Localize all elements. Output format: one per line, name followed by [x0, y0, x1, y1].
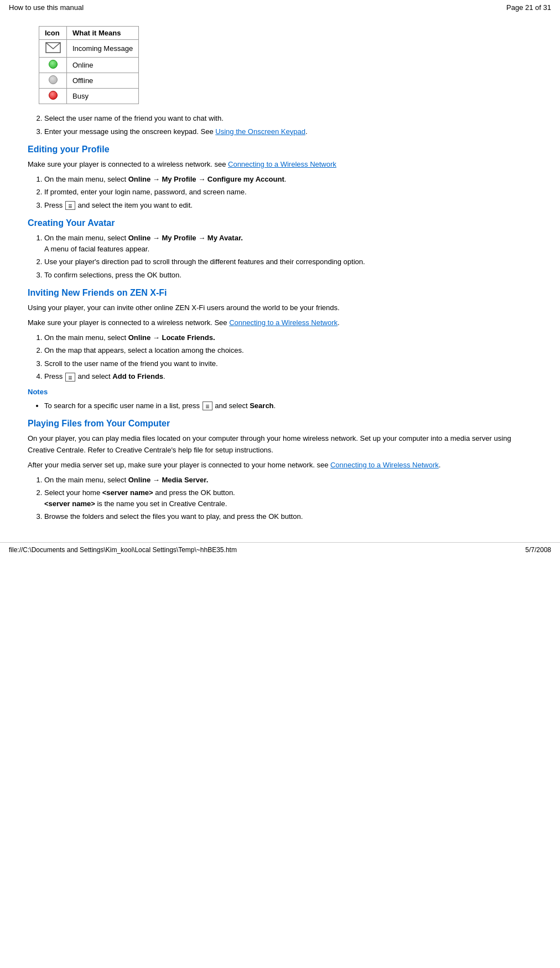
- envelope-icon: [45, 42, 61, 53]
- connecting-wireless-link-3[interactable]: Connecting to a Wireless Network: [330, 461, 439, 469]
- list-item: Press and select the item you want to ed…: [44, 200, 538, 211]
- header-right: Page 21 of 31: [506, 3, 551, 12]
- list-item: To search for a specific user name in a …: [44, 400, 538, 411]
- list-item: Press and select Add to Friends.: [44, 371, 538, 382]
- table-cell-online: Online: [67, 58, 139, 73]
- list-item: On the main menu, select Online → Locate…: [44, 332, 538, 343]
- menu-icon: [203, 401, 212, 410]
- list-item: To confirm selections, press the OK butt…: [44, 270, 538, 281]
- table-cell-busy: Busy: [67, 89, 139, 104]
- list-item: On the map that appears, select a locati…: [44, 345, 538, 356]
- onscreen-keypad-link[interactable]: Using the Onscreen Keypad: [215, 127, 305, 136]
- table-row: Incoming Message: [39, 40, 139, 58]
- list-item: Browse the folders and select the files …: [44, 511, 538, 522]
- table-header-meaning: What it Means: [67, 27, 139, 40]
- notes-list: To search for a specific user name in a …: [44, 400, 538, 411]
- connecting-wireless-link-1[interactable]: Connecting to a Wireless Network: [228, 160, 336, 168]
- offline-icon: [49, 75, 58, 84]
- list-item: Select the user name of the friend you w…: [44, 113, 538, 124]
- table-cell-incoming: Incoming Message: [67, 40, 139, 58]
- steps-after-table: Select the user name of the friend you w…: [44, 113, 538, 137]
- page-footer: file://C:\Documents and Settings\Kim_koo…: [0, 542, 560, 557]
- table-cell-offline: Offline: [67, 73, 139, 89]
- playing-files-steps: On the main menu, select Online → Media …: [44, 475, 538, 522]
- connecting-wireless-link-2[interactable]: Connecting to a Wireless Network: [229, 318, 338, 327]
- list-item: On the main menu, select Online → Media …: [44, 475, 538, 486]
- section-heading-playing-files: Playing Files from Your Computer: [28, 419, 538, 429]
- page-header: How to use this manual Page 21 of 31: [0, 0, 560, 15]
- menu-icon: [65, 201, 75, 210]
- table-header-icon: Icon: [39, 27, 67, 40]
- online-icon: [49, 60, 58, 69]
- list-item: Scroll to the user name of the friend yo…: [44, 358, 538, 369]
- icon-table: Icon What it Means Incoming Message Onli…: [39, 26, 139, 104]
- section-heading-editing-profile: Editing your Profile: [28, 145, 538, 155]
- list-item: On the main menu, select Online → My Pro…: [44, 174, 538, 185]
- header-left: How to use this manual: [9, 3, 84, 12]
- list-item: Enter your message using the onscreen ke…: [44, 126, 538, 137]
- inviting-friends-steps: On the main menu, select Online → Locate…: [44, 332, 538, 382]
- section-heading-creating-avatar: Creating Your Avatar: [28, 218, 538, 228]
- list-item: On the main menu, select Online → My Pro…: [44, 233, 538, 254]
- envelope-icon-cell: [39, 40, 67, 58]
- table-row: Busy: [39, 89, 139, 104]
- main-content: Icon What it Means Incoming Message Onli…: [0, 15, 560, 531]
- busy-icon-cell: [39, 89, 67, 104]
- playing-files-intro2: After your media server set up, make sur…: [28, 460, 538, 471]
- list-item: Use your player's direction pad to scrol…: [44, 256, 538, 267]
- inviting-friends-intro1: Using your player, your can invite other…: [28, 302, 538, 314]
- creating-avatar-steps: On the main menu, select Online → My Pro…: [44, 233, 538, 280]
- footer-left: file://C:\Documents and Settings\Kim_koo…: [9, 546, 237, 554]
- notes-label: Notes: [28, 387, 538, 398]
- list-item: Select your home <server name> and press…: [44, 487, 538, 509]
- editing-profile-steps: On the main menu, select Online → My Pro…: [44, 174, 538, 211]
- editing-profile-intro: Make sure your player is connected to a …: [28, 159, 538, 171]
- playing-files-intro1: On your player, you can play media files…: [28, 433, 538, 456]
- table-row: Offline: [39, 73, 139, 89]
- list-item: If promted, enter your login name, passw…: [44, 187, 538, 198]
- busy-icon: [49, 91, 58, 100]
- inviting-friends-intro2: Make sure your player is connected to a …: [28, 317, 538, 329]
- table-row: Online: [39, 58, 139, 73]
- footer-right: 5/7/2008: [525, 546, 551, 554]
- offline-icon-cell: [39, 73, 67, 89]
- menu-icon: [65, 373, 75, 382]
- section-heading-inviting-friends: Inviting New Friends on ZEN X-Fi: [28, 288, 538, 298]
- online-icon-cell: [39, 58, 67, 73]
